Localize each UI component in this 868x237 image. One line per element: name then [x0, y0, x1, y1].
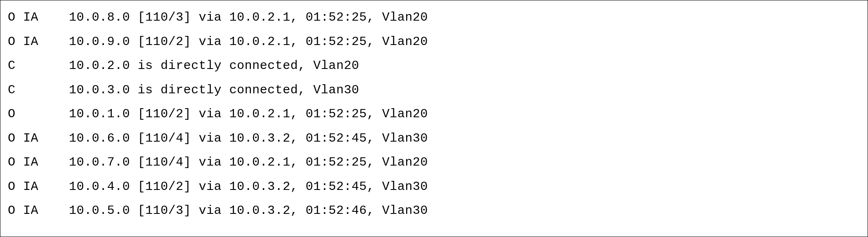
route-entry: O 10.0.1.0 [110/2] via 10.0.2.1, 01:52:2…: [8, 102, 860, 126]
route-entry: O IA 10.0.8.0 [110/3] via 10.0.2.1, 01:5…: [8, 5, 860, 30]
route-entry: O IA 10.0.9.0 [110/2] via 10.0.2.1, 01:5…: [8, 30, 860, 54]
route-entry: O IA 10.0.5.0 [110/3] via 10.0.3.2, 01:5…: [8, 199, 860, 223]
route-entry: C 10.0.3.0 is directly connected, Vlan30: [8, 78, 860, 102]
route-entry: O IA 10.0.4.0 [110/2] via 10.0.3.2, 01:5…: [8, 175, 860, 199]
route-entry: O IA 10.0.7.0 [110/4] via 10.0.2.1, 01:5…: [8, 150, 860, 175]
route-entry: C 10.0.2.0 is directly connected, Vlan20: [8, 54, 860, 78]
routing-table: O IA 10.0.8.0 [110/3] via 10.0.2.1, 01:5…: [0, 0, 868, 237]
route-entry: O IA 10.0.6.0 [110/4] via 10.0.3.2, 01:5…: [8, 126, 860, 151]
